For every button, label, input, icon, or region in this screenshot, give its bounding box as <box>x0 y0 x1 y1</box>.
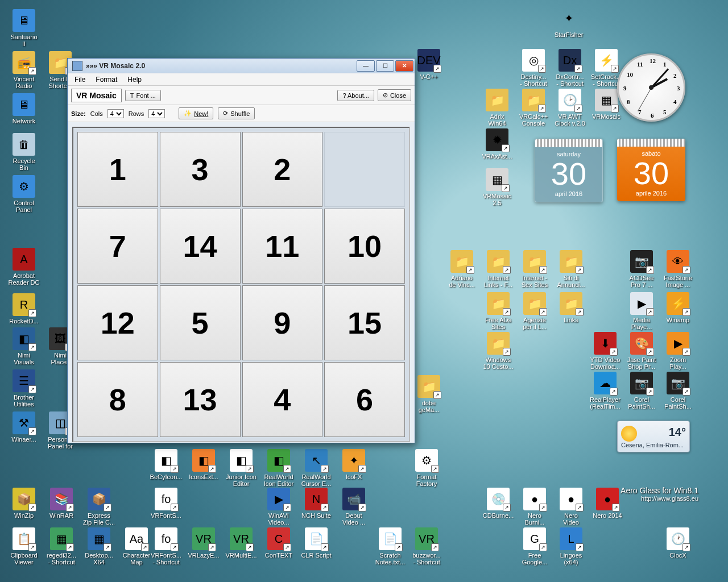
weather-widget[interactable]: 14° Cesena, Emilia-Rom... <box>617 421 690 452</box>
puzzle-tile[interactable]: 3 <box>160 132 241 207</box>
puzzle-tile[interactable]: 7 <box>77 209 158 284</box>
menu-format[interactable]: Format <box>91 74 122 85</box>
desktop-icon[interactable]: 📁↗Links <box>553 292 589 323</box>
desktop-icon[interactable]: 📻↗Vincent Radio <box>6 51 42 89</box>
desktop-icon[interactable]: 📁↗Free ADs Sites <box>480 292 516 330</box>
desktop-icon[interactable]: ▦↗VRMosaic 2.5 <box>479 168 515 206</box>
puzzle-tile[interactable]: 6 <box>324 362 405 437</box>
desktop-icon[interactable]: ☰↗Brother Utilities <box>6 369 42 408</box>
about-button[interactable]: ? About... <box>337 90 374 101</box>
puzzle-tile[interactable]: 13 <box>160 362 241 437</box>
desktop-icon[interactable]: VR↗VRMultiE... <box>223 527 259 559</box>
desktop-icon[interactable]: ◎↗Destiny... - Shortcut <box>515 49 552 87</box>
new-button[interactable]: ✨New! <box>179 107 213 119</box>
desktop-icon[interactable]: 🕐↗ClocX <box>660 527 696 559</box>
desktop-icon[interactable]: 📷↗Corel PaintSh... <box>623 372 660 410</box>
desktop-icon[interactable]: ⚙Control Panel <box>6 175 42 213</box>
font-button[interactable]: TFont ... <box>125 90 161 101</box>
desktop-icon[interactable]: G↗Free Google... <box>516 527 553 566</box>
desktop-icon[interactable]: 📦↗WinZip <box>6 488 42 519</box>
desktop-icon[interactable]: 📄↗CLR Script <box>298 527 334 559</box>
calendar-widget-it[interactable]: sabato 30 aprile 2016 <box>617 139 685 201</box>
puzzle-tile[interactable]: 2 <box>242 132 323 207</box>
puzzle-tile[interactable]: 10 <box>324 209 405 284</box>
desktop-icon[interactable]: ▶↗Media Playe... <box>623 292 660 330</box>
menu-file[interactable]: File <box>70 74 90 85</box>
desktop-icon[interactable]: 📚↗WinRAR <box>43 488 80 519</box>
desktop-icon[interactable]: ↖↗RealWorld Cursor E... <box>298 449 334 487</box>
desktop-icon[interactable]: AAcrobat Reader DC <box>6 248 42 286</box>
analog-clock-widget[interactable]: 12 1 2 3 4 5 6 7 8 9 10 11 <box>617 53 685 122</box>
cols-select[interactable]: 4 <box>107 109 124 118</box>
desktop-icon[interactable]: 🖥Santuario II <box>6 9 42 47</box>
desktop-icon[interactable]: 📁↗Windows 10 Custo... <box>480 332 516 370</box>
rows-select[interactable]: 4 <box>148 109 165 118</box>
desktop-icon[interactable]: 🕑↗VR AWT Clock v.2.0 <box>552 89 588 127</box>
desktop-icon[interactable]: 👁↗FastStone Image ... <box>660 250 696 288</box>
desktop-icon[interactable]: C↗ConTEXT <box>260 527 297 559</box>
desktop-icon[interactable]: ●↗Nero Video <box>553 488 589 526</box>
desktop-icon[interactable]: 📁↗Agenzie per il L... <box>516 292 553 330</box>
desktop-icon[interactable]: VR↗VRLazyE... <box>185 527 222 559</box>
desktop-icon[interactable]: 📁↗Internet Links - F... <box>480 250 516 288</box>
desktop-icon[interactable]: ▶↗Zoom Play... <box>660 332 696 370</box>
desktop-icon[interactable]: ◧↗Nimi Visuals <box>6 327 42 365</box>
desktop-icon[interactable]: ⬇↗YTD Video Downloa... <box>587 332 623 370</box>
desktop-icon[interactable]: ◧↗Junior Icon Editor <box>223 449 259 487</box>
desktop-icon[interactable]: 📦↗Express Zip File C... <box>81 488 117 526</box>
desktop-icon[interactable]: 📁↗Adriano de Vinc... <box>444 250 480 288</box>
desktop-icon[interactable]: R↗RocketD... <box>6 293 42 325</box>
minimize-button[interactable]: — <box>357 60 375 72</box>
close-window-button[interactable]: ✕ <box>395 60 413 72</box>
desktop-icon[interactable]: ⚙↗Format Factory <box>408 449 445 487</box>
desktop-icon[interactable]: 📷↗Corel PaintSh... <box>660 372 696 410</box>
puzzle-tile[interactable]: 11 <box>242 209 323 284</box>
desktop-icon[interactable]: ⚒↗Winaer... <box>6 411 42 443</box>
desktop-icon[interactable]: 📋↗Clipboard Viewer <box>6 527 42 566</box>
close-button[interactable]: ⊘Close <box>378 89 411 101</box>
desktop-icon[interactable]: 🎨↗Jasc Paint Shop Pr... <box>623 332 660 370</box>
desktop-icon[interactable]: 📁↗VRCalc++ Console <box>515 89 552 127</box>
desktop-icon[interactable]: 📷↗ACDSee Pro 7 ... <box>623 250 660 288</box>
desktop-icon[interactable]: 💿↗CDBurne... <box>480 488 516 519</box>
puzzle-tile[interactable]: 15 <box>324 285 405 360</box>
titlebar[interactable]: »»» VR Mosaic 2.0 — ☐ ✕ <box>68 59 415 73</box>
desktop-icon[interactable]: N↗NCH Suite <box>298 488 334 519</box>
desktop-icon[interactable]: ✦StarFisher <box>551 7 587 38</box>
desktop-icon[interactable]: ☁↗RealPlayer (RealTim... <box>587 372 623 410</box>
desktop-icon[interactable]: ◧↗BeCyIcon... <box>148 449 184 480</box>
desktop-icon[interactable]: ◧↗IconsExt... <box>185 449 222 480</box>
desktop-icon[interactable]: DEV↗V-C++ <box>411 49 447 80</box>
desktop-icon[interactable]: ⚡↗Winamp <box>660 292 696 323</box>
shuffle-button[interactable]: ⟳Shuffle <box>218 107 255 119</box>
desktop-icon[interactable]: ▶↗WinAVI Video... <box>260 488 297 526</box>
desktop-icon[interactable]: fo↗VRFontS... <box>148 488 184 519</box>
desktop-icon[interactable]: ●↗Nero Burni... <box>516 488 553 526</box>
desktop-icon[interactable]: fo↗VRFontS... - Shortcut <box>148 527 184 566</box>
desktop-icon[interactable]: ▦↗regedi32... - Shortcut <box>43 527 80 566</box>
puzzle-tile[interactable]: 1 <box>77 132 158 207</box>
desktop-icon[interactable]: ▦↗Desktop... X64 <box>81 527 117 566</box>
desktop-icon[interactable]: 📁↗dobe geMa... <box>411 375 447 413</box>
desktop-icon[interactable]: VR↗buzzwor... - Shortcut <box>408 527 445 566</box>
calendar-widget-en[interactable]: saturday 30 april 2016 <box>535 139 603 202</box>
maximize-button[interactable]: ☐ <box>376 60 394 72</box>
desktop-icon[interactable]: 📄↗Scratch Notes.txt... <box>372 527 408 566</box>
desktop-icon[interactable]: 🗑Recycle Bin <box>6 133 42 171</box>
desktop-icon[interactable]: Dx↗DxContr... - Shortcut <box>552 49 588 87</box>
desktop-icon[interactable]: 🖥Network <box>6 93 42 124</box>
desktop-icon[interactable]: ✹↗VRAxAst... <box>479 128 515 160</box>
menu-help[interactable]: Help <box>123 74 146 85</box>
puzzle-tile[interactable]: 5 <box>160 285 241 360</box>
desktop-icon[interactable]: 📹↗Debut Video ... <box>336 488 372 526</box>
puzzle-tile[interactable]: 12 <box>77 285 158 360</box>
desktop-icon[interactable]: 📁↗Siti di Annunci... <box>553 250 589 288</box>
puzzle-tile[interactable]: 14 <box>160 209 241 284</box>
desktop-icon[interactable]: ◧↗RealWorld Icon Editor <box>260 449 297 487</box>
desktop-icon[interactable]: 📁Adrix Win64 <box>479 89 515 127</box>
puzzle-tile[interactable]: 9 <box>242 285 323 360</box>
desktop-icon[interactable]: ✦↗IcoFX <box>336 449 372 480</box>
desktop-icon[interactable]: L↗Lingoes (x64) <box>553 527 589 566</box>
puzzle-tile[interactable]: 4 <box>242 362 323 437</box>
puzzle-tile[interactable]: 8 <box>77 362 158 437</box>
